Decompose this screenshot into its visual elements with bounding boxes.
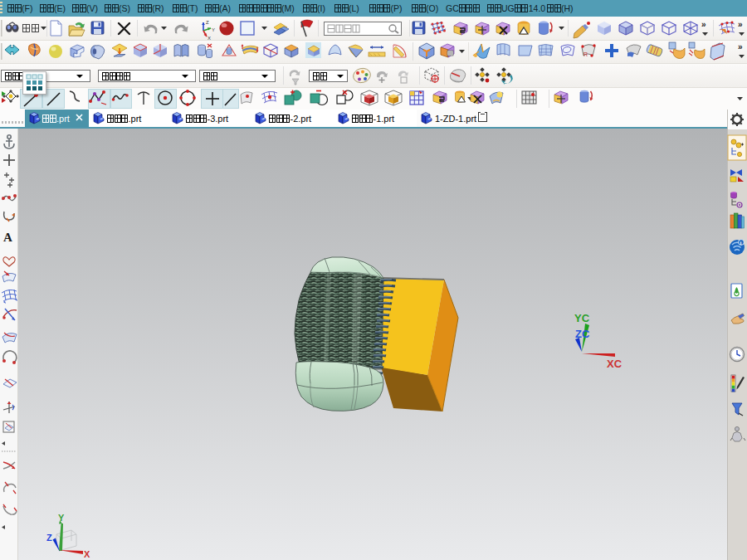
svg-text:Y: Y (212, 27, 215, 32)
svg-text:XC: XC (607, 358, 622, 370)
svg-text:»: » (738, 20, 743, 29)
svg-text:»: » (701, 20, 706, 29)
svg-text:»: » (738, 42, 743, 51)
svg-text:YC: YC (574, 312, 590, 324)
svg-text:R: R (583, 51, 588, 57)
svg-text:Z: Z (206, 20, 209, 25)
svg-text:X: X (84, 549, 90, 559)
svg-text:Y: Y (58, 513, 65, 523)
svg-text:X: X (208, 36, 211, 41)
svg-text:A: A (3, 231, 12, 244)
svg-text:Z: Z (46, 533, 52, 543)
svg-text:ZC: ZC (575, 328, 590, 340)
svg-text:i: i (740, 240, 742, 246)
